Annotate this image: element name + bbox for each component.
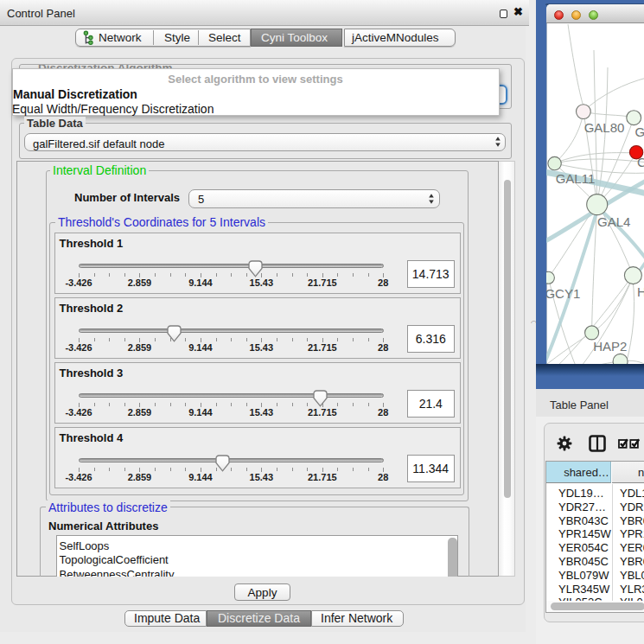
svg-text:H: H [637,284,644,299]
svg-text:C: C [637,155,644,169]
svg-text:G: G [635,124,644,139]
svg-text:GAL80: GAL80 [584,120,625,135]
svg-text:HAP2: HAP2 [593,339,627,354]
svg-text:GAL4: GAL4 [597,214,630,229]
svg-text:GCY1: GCY1 [546,286,580,301]
svg-text:GAL11: GAL11 [556,171,596,186]
